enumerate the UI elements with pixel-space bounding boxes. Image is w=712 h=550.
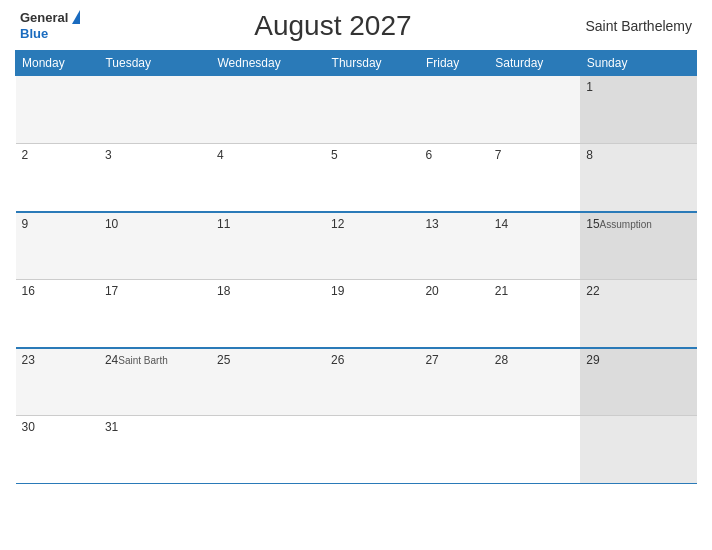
calendar-cell: 26 <box>325 348 419 416</box>
col-saturday: Saturday <box>489 51 580 76</box>
day-number: 3 <box>105 148 112 162</box>
calendar-row: 9101112131415Assumption <box>16 212 697 280</box>
calendar-cell <box>325 76 419 144</box>
calendar-cell: 24Saint Barth <box>99 348 211 416</box>
day-number: 15 <box>586 217 599 231</box>
col-thursday: Thursday <box>325 51 419 76</box>
day-number: 27 <box>425 353 438 367</box>
day-number: 4 <box>217 148 224 162</box>
calendar-cell: 22 <box>580 280 696 348</box>
col-friday: Friday <box>419 51 488 76</box>
calendar-cell: 12 <box>325 212 419 280</box>
day-number: 13 <box>425 217 438 231</box>
calendar-cell <box>211 76 325 144</box>
calendar-cell: 3 <box>99 144 211 212</box>
day-number: 17 <box>105 284 118 298</box>
day-number: 31 <box>105 420 118 434</box>
calendar-cell: 31 <box>99 416 211 484</box>
calendar-cell: 7 <box>489 144 580 212</box>
day-number: 6 <box>425 148 432 162</box>
day-number: 12 <box>331 217 344 231</box>
calendar-cell <box>325 416 419 484</box>
calendar-cell <box>419 416 488 484</box>
logo: General Blue <box>20 10 80 41</box>
weekday-header-row: Monday Tuesday Wednesday Thursday Friday… <box>16 51 697 76</box>
logo-general: General <box>20 10 68 26</box>
day-number: 14 <box>495 217 508 231</box>
calendar-cell <box>211 416 325 484</box>
day-number: 29 <box>586 353 599 367</box>
calendar-cell <box>16 76 99 144</box>
calendar-cell: 23 <box>16 348 99 416</box>
calendar-cell: 13 <box>419 212 488 280</box>
calendar-header: General Blue August 2027 Saint Barthelem… <box>15 10 697 42</box>
event-label: Assumption <box>600 219 652 230</box>
calendar-row: 3031 <box>16 416 697 484</box>
day-number: 26 <box>331 353 344 367</box>
day-number: 9 <box>22 217 29 231</box>
calendar-cell: 15Assumption <box>580 212 696 280</box>
calendar-cell: 17 <box>99 280 211 348</box>
day-number: 23 <box>22 353 35 367</box>
calendar-cell <box>489 416 580 484</box>
calendar-cell: 2 <box>16 144 99 212</box>
calendar-cell: 18 <box>211 280 325 348</box>
event-label: Saint Barth <box>118 355 167 366</box>
calendar-cell: 28 <box>489 348 580 416</box>
calendar-cell <box>580 416 696 484</box>
calendar-cell: 10 <box>99 212 211 280</box>
logo-triangle-icon <box>72 10 80 24</box>
day-number: 1 <box>586 80 593 94</box>
calendar-cell: 1 <box>580 76 696 144</box>
calendar-cell: 9 <box>16 212 99 280</box>
calendar-cell: 29 <box>580 348 696 416</box>
logo-blue: Blue <box>20 26 80 42</box>
day-number: 24 <box>105 353 118 367</box>
calendar-cell: 14 <box>489 212 580 280</box>
calendar-row: 16171819202122 <box>16 280 697 348</box>
calendar-cell: 8 <box>580 144 696 212</box>
calendar-wrapper: General Blue August 2027 Saint Barthelem… <box>0 0 712 550</box>
day-number: 5 <box>331 148 338 162</box>
day-number: 2 <box>22 148 29 162</box>
col-tuesday: Tuesday <box>99 51 211 76</box>
calendar-cell: 30 <box>16 416 99 484</box>
day-number: 7 <box>495 148 502 162</box>
day-number: 19 <box>331 284 344 298</box>
calendar-cell: 20 <box>419 280 488 348</box>
day-number: 18 <box>217 284 230 298</box>
month-title: August 2027 <box>254 10 411 42</box>
calendar-cell <box>489 76 580 144</box>
region-label: Saint Barthelemy <box>585 18 692 34</box>
day-number: 8 <box>586 148 593 162</box>
calendar-cell <box>99 76 211 144</box>
day-number: 16 <box>22 284 35 298</box>
calendar-cell: 21 <box>489 280 580 348</box>
day-number: 10 <box>105 217 118 231</box>
day-number: 21 <box>495 284 508 298</box>
calendar-cell <box>419 76 488 144</box>
calendar-cell: 4 <box>211 144 325 212</box>
calendar-cell: 25 <box>211 348 325 416</box>
calendar-row: 2324Saint Barth2526272829 <box>16 348 697 416</box>
day-number: 25 <box>217 353 230 367</box>
day-number: 28 <box>495 353 508 367</box>
calendar-row: 1 <box>16 76 697 144</box>
day-number: 20 <box>425 284 438 298</box>
calendar-cell: 19 <box>325 280 419 348</box>
col-sunday: Sunday <box>580 51 696 76</box>
calendar-cell: 27 <box>419 348 488 416</box>
calendar-row: 2345678 <box>16 144 697 212</box>
day-number: 30 <box>22 420 35 434</box>
day-number: 22 <box>586 284 599 298</box>
calendar-table: Monday Tuesday Wednesday Thursday Friday… <box>15 50 697 484</box>
calendar-cell: 11 <box>211 212 325 280</box>
calendar-cell: 6 <box>419 144 488 212</box>
day-number: 11 <box>217 217 230 231</box>
col-wednesday: Wednesday <box>211 51 325 76</box>
calendar-cell: 16 <box>16 280 99 348</box>
calendar-cell: 5 <box>325 144 419 212</box>
col-monday: Monday <box>16 51 99 76</box>
